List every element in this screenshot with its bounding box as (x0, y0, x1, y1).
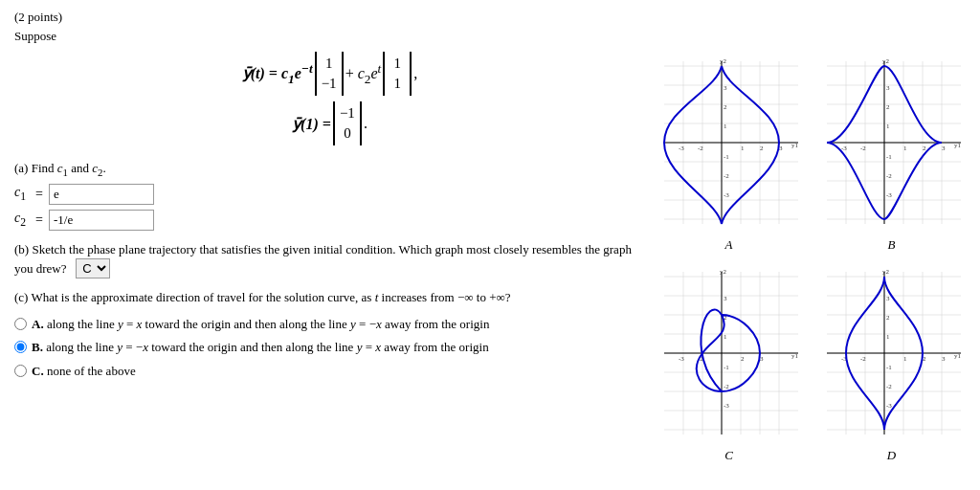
svg-text:-3: -3 (886, 402, 892, 410)
svg-text:3: 3 (886, 84, 890, 92)
option-a-label: A. along the line y = x toward the origi… (32, 315, 489, 334)
c2-row: c2 = (14, 210, 645, 231)
svg-text:2: 2 (886, 103, 890, 111)
svg-text:-3: -3 (886, 191, 892, 199)
part-c-text: (c) What is the approximate direction of… (14, 288, 645, 307)
c1-eq-sign: = (35, 187, 43, 202)
graphs-top-row: y2 y1 3 2 1 -1 -2 -3 -3 -2 1 2 3 (655, 52, 966, 253)
c1-input[interactable] (49, 184, 154, 205)
graphs-bottom-row: y2 y1 3 2 1 -1 -2 -3 -3 -2 2 3 (655, 262, 966, 463)
svg-text:-2: -2 (860, 145, 866, 152)
option-a-item: A. along the line y = x toward the origi… (14, 315, 645, 334)
eq1-plus: + c2et (345, 61, 382, 87)
svg-text:3: 3 (724, 84, 727, 92)
graph-select[interactable]: A B C D (76, 258, 110, 278)
svg-text:-2: -2 (698, 145, 703, 152)
eq1-row: ȳ(t) = c1e−t 1 −1 + c2et 1 1 , (242, 52, 418, 96)
radio-group: A. along the line y = x toward the origi… (14, 315, 645, 381)
svg-text:-2: -2 (860, 355, 866, 363)
graph-c: y2 y1 3 2 1 -1 -2 -3 -3 -2 2 3 (655, 262, 803, 444)
c2-eq-sign: = (35, 212, 43, 228)
matrix1-row2: −1 (322, 74, 337, 94)
svg-text:3: 3 (724, 295, 727, 302)
svg-text:y1: y1 (791, 352, 799, 360)
svg-text:2: 2 (760, 145, 764, 152)
option-c-label: C. none of the above (32, 362, 136, 381)
main-content: ȳ(t) = c1e−t 1 −1 + c2et 1 1 , ȳ(1) = (14, 52, 966, 463)
svg-text:3: 3 (886, 295, 890, 302)
eq2-period: . (364, 115, 368, 132)
graph-a-label: A (725, 237, 733, 253)
part-b-text: (b) Sketch the phase plane trajectory th… (14, 240, 645, 279)
svg-text:2: 2 (741, 355, 745, 363)
eq1-lhs: ȳ(t) = c1e−t (242, 61, 313, 87)
matrix2-row1: 1 (390, 54, 405, 74)
graph-b-container: y2 y1 3 2 1 -1 -2 -3 -3 -2 1 2 3 (817, 52, 966, 253)
svg-text:y2: y2 (882, 268, 890, 276)
svg-text:-3: -3 (679, 145, 684, 152)
svg-text:-1: -1 (886, 153, 892, 161)
option-b-item: B. along the line y = −x toward the orig… (14, 338, 645, 357)
svg-text:1: 1 (903, 145, 907, 152)
graph-d-label: D (887, 448, 896, 463)
equation-block: ȳ(t) = c1e−t 1 −1 + c2et 1 1 , ȳ(1) = (14, 52, 645, 151)
c2-label: c2 (14, 211, 26, 229)
svg-text:-1: -1 (724, 364, 729, 371)
graph-c-container: y2 y1 3 2 1 -1 -2 -3 -3 -2 2 3 (655, 262, 803, 463)
svg-text:y2: y2 (720, 57, 727, 65)
part-b: (b) Sketch the phase plane trajectory th… (14, 240, 645, 279)
svg-text:3: 3 (942, 145, 946, 152)
eq2-lhs: ȳ(1) = (292, 115, 331, 133)
svg-text:-3: -3 (679, 355, 684, 363)
part-a-label: (a) Find c1 and c2. (14, 161, 645, 178)
c1-row: c1 = (14, 184, 645, 205)
svg-text:y1: y1 (954, 352, 962, 360)
svg-text:-1: -1 (886, 364, 892, 371)
c2-input[interactable] (49, 210, 154, 231)
page-wrapper: (2 points) Suppose ȳ(t) = c1e−t 1 −1 + c… (14, 10, 966, 463)
svg-text:1: 1 (724, 122, 727, 130)
graph-a-container: y2 y1 3 2 1 -1 -2 -3 -3 -2 1 2 3 (655, 52, 803, 253)
svg-text:-2: -2 (886, 172, 892, 180)
svg-text:-1: -1 (724, 153, 729, 161)
part-c: (c) What is the approximate direction of… (14, 288, 645, 380)
svg-text:-2: -2 (886, 383, 892, 390)
graph-a: y2 y1 3 2 1 -1 -2 -3 -3 -2 1 2 3 (655, 52, 803, 234)
option-a-radio[interactable] (14, 318, 27, 330)
matrix3-row1: −1 (340, 103, 355, 123)
svg-text:1: 1 (741, 145, 745, 152)
left-panel: ȳ(t) = c1e−t 1 −1 + c2et 1 1 , ȳ(1) = (14, 52, 645, 463)
svg-text:1: 1 (886, 333, 890, 341)
points-header: (2 points) (14, 10, 966, 25)
svg-text:-3: -3 (724, 191, 729, 199)
svg-text:-2: -2 (724, 383, 729, 390)
suppose-text: Suppose (14, 29, 966, 44)
c1-label: c1 (14, 185, 26, 203)
matrix2: 1 1 (383, 52, 412, 96)
svg-text:y2: y2 (882, 57, 890, 65)
eq1-comma: , (413, 65, 417, 82)
matrix2-row2: 1 (390, 74, 405, 94)
option-b-label: B. along the line y = −x toward the orig… (32, 338, 489, 357)
option-b-radio[interactable] (14, 341, 27, 353)
option-c-item: C. none of the above (14, 362, 645, 381)
svg-text:3: 3 (942, 355, 946, 363)
svg-text:-3: -3 (724, 402, 729, 410)
svg-text:y1: y1 (791, 142, 799, 149)
graph-b-label: B (888, 237, 896, 253)
eq2-row: ȳ(1) = −1 0 . (292, 101, 368, 145)
graph-b: y2 y1 3 2 1 -1 -2 -3 -3 -2 1 2 3 (817, 52, 966, 234)
svg-text:2: 2 (724, 103, 727, 111)
graph-d-container: y2 y1 3 2 1 -1 -2 -3 -3 -2 1 2 3 (817, 262, 966, 463)
part-a: (a) Find c1 and c2. c1 = c2 = (14, 161, 645, 231)
svg-text:1: 1 (886, 122, 890, 130)
svg-text:1: 1 (724, 333, 727, 341)
matrix1: 1 −1 (315, 52, 344, 96)
svg-text:y2: y2 (720, 268, 727, 276)
right-panel: y2 y1 3 2 1 -1 -2 -3 -3 -2 1 2 3 (655, 52, 966, 463)
option-c-radio[interactable] (14, 365, 27, 377)
graph-c-label: C (724, 448, 733, 463)
svg-text:y1: y1 (954, 142, 962, 149)
svg-text:1: 1 (903, 355, 907, 363)
graph-d: y2 y1 3 2 1 -1 -2 -3 -3 -2 1 2 3 (817, 262, 966, 444)
